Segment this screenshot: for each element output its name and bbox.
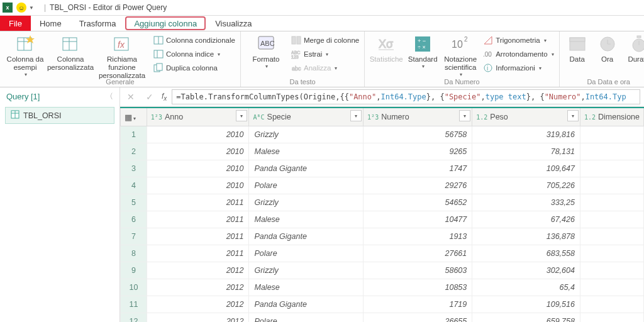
cell-dim[interactable] [580,177,643,194]
cell-numero[interactable]: 56758 [364,126,472,143]
tab-visualizza[interactable]: Visualizza [206,16,260,31]
cell-specie[interactable]: Panda Gigante [249,296,364,313]
filter-icon[interactable]: ▾ [236,110,247,121]
row-number[interactable]: 9 [121,262,147,279]
cell-dim[interactable] [580,160,643,177]
table-row[interactable]: 42010Polare29276705,226 [121,177,644,194]
cell-dim[interactable] [580,262,643,279]
cell-numero[interactable]: 1747 [364,160,472,177]
cell-anno[interactable]: 2011 [147,245,249,262]
query-item[interactable]: TBL_ORSI [5,107,114,124]
cell-specie[interactable]: Grizzly [249,126,364,143]
cell-anno[interactable]: 2012 [147,313,249,323]
col-header-peso[interactable]: 1.2Peso▾ [472,108,580,126]
table-row[interactable]: 12010Grizzly56758319,816 [121,126,644,143]
cell-peso[interactable]: 78,131 [472,143,580,160]
tab-aggiungi-colonna[interactable]: Aggiungi colonna [125,16,206,30]
cell-anno[interactable]: 2010 [147,177,249,194]
cell-anno[interactable]: 2012 [147,279,249,296]
accept-formula-icon[interactable]: ✓ [143,90,157,104]
row-number[interactable]: 2 [121,143,147,160]
cell-specie[interactable]: Polare [249,245,364,262]
row-number[interactable]: 12 [121,313,147,323]
cell-dim[interactable] [580,143,643,160]
col-header-specie[interactable]: AᴮCSpecie▾ [249,108,364,126]
table-row[interactable]: 122012Polare26655659,758 [121,313,644,323]
cell-dim[interactable] [580,194,643,211]
collapse-panel-icon[interactable]: 〈 [106,91,113,102]
filter-icon[interactable]: ▾ [459,110,470,121]
cell-peso[interactable]: 67,426 [472,211,580,228]
cell-anno[interactable]: 2011 [147,194,249,211]
btn-colonna-da-esempi[interactable]: Colonna da esempi▾ [5,33,45,78]
btn-notazione[interactable]: 102Notazione scientifica▾ [443,33,478,78]
cell-dim[interactable] [580,245,643,262]
qat-dropdown-icon[interactable]: ▼ [29,5,34,11]
cell-peso[interactable]: 319,816 [472,126,580,143]
cell-specie[interactable]: Grizzly [249,262,364,279]
cell-numero[interactable]: 10853 [364,279,472,296]
row-number[interactable]: 8 [121,245,147,262]
table-row[interactable]: 82011Polare27661683,558 [121,245,644,262]
cell-dim[interactable] [580,313,643,323]
cell-specie[interactable]: Malese [249,211,364,228]
cell-numero[interactable]: 10477 [364,211,472,228]
cell-anno[interactable]: 2011 [147,211,249,228]
tab-file[interactable]: File [0,16,31,31]
cell-specie[interactable]: Panda Gigante [249,228,364,245]
table-row[interactable]: 102012Malese1085365,4 [121,279,644,296]
formula-input[interactable]: = Table.TransformColumnTypes(Origine,{{"… [172,89,640,104]
cell-peso[interactable]: 683,558 [472,245,580,262]
btn-estrai[interactable]: ABC123Estrai▾ [291,48,359,60]
row-number[interactable]: 3 [121,160,147,177]
cell-dim[interactable] [580,296,643,313]
row-number[interactable]: 1 [121,126,147,143]
cell-anno[interactable]: 2011 [147,228,249,245]
cell-anno[interactable]: 2010 [147,126,249,143]
row-number[interactable]: 11 [121,296,147,313]
cell-dim[interactable] [580,279,643,296]
filter-icon[interactable]: ▾ [350,110,362,121]
btn-colonna-indice[interactable]: Colonna indice▾ [153,48,235,60]
btn-colonna-condizionale[interactable]: Colonna condizionale [153,34,235,47]
table-row[interactable]: 22010Malese926578,131 [121,143,644,160]
cell-peso[interactable]: 705,226 [472,177,580,194]
btn-duplica-colonna[interactable]: Duplica colonna [153,62,235,74]
cell-anno[interactable]: 2012 [147,262,249,279]
cell-peso[interactable]: 109,647 [472,160,580,177]
cell-numero[interactable]: 1913 [364,228,472,245]
col-header-anno[interactable]: 1²3Anno▾ [147,108,249,126]
cell-numero[interactable]: 9265 [364,143,472,160]
smiley-icon[interactable]: ☺ [16,3,26,13]
cell-specie[interactable]: Polare [249,313,364,323]
cell-peso[interactable]: 109,516 [472,296,580,313]
cell-numero[interactable]: 54652 [364,194,472,211]
row-number[interactable]: 5 [121,194,147,211]
row-number[interactable]: 6 [121,211,147,228]
row-number[interactable]: 4 [121,177,147,194]
tab-trasforma[interactable]: Trasforma [70,16,125,31]
cell-anno[interactable]: 2012 [147,296,249,313]
row-number[interactable]: 7 [121,228,147,245]
filter-icon[interactable]: ▾ [567,110,579,121]
cell-dim[interactable] [580,228,643,245]
cell-numero[interactable]: 26655 [364,313,472,323]
btn-trigonometria[interactable]: Trigonometria▾ [483,34,553,47]
col-header-numero[interactable]: 1²3Numero▾ [364,108,472,126]
cell-specie[interactable]: Polare [249,177,364,194]
cell-specie[interactable]: Malese [249,279,364,296]
tab-home[interactable]: Home [31,16,70,31]
col-header-dimensione[interactable]: 1.2Dimensione [580,108,643,126]
table-row[interactable]: 32010Panda Gigante1747109,647 [121,160,644,177]
cell-numero[interactable]: 58603 [364,262,472,279]
cell-peso[interactable]: 302,604 [472,262,580,279]
table-row[interactable]: 92012Grizzly58603302,604 [121,262,644,279]
cell-numero[interactable]: 1719 [364,296,472,313]
cell-anno[interactable]: 2010 [147,160,249,177]
cell-peso[interactable]: 65,4 [472,279,580,296]
table-row[interactable]: 52011Grizzly54652333,25 [121,194,644,211]
btn-standard[interactable]: + −÷ ×Standard▾ [408,33,438,69]
table-row[interactable]: 62011Malese1047767,426 [121,211,644,228]
data-grid[interactable]: ▦▾ 1²3Anno▾ AᴮCSpecie▾ 1²3Numero▾ 1.2Pes… [120,107,644,322]
cell-specie[interactable]: Panda Gigante [249,160,364,177]
